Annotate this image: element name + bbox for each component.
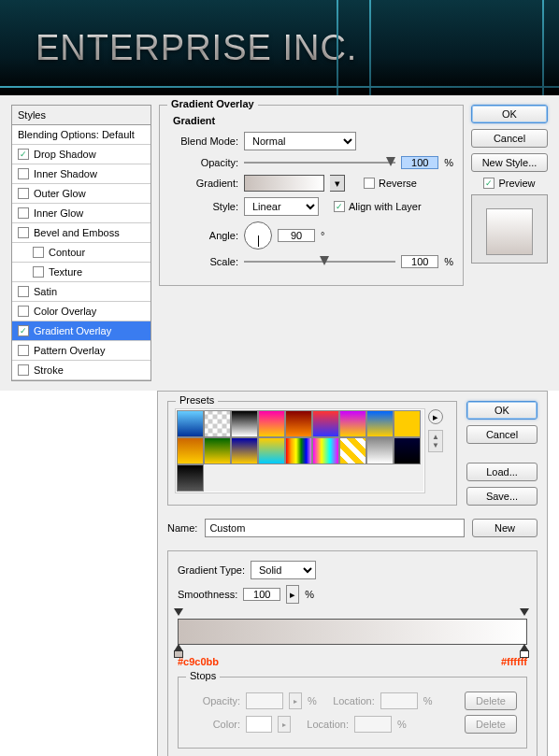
preset-swatch[interactable] [231, 437, 258, 464]
banner-title: ENTERPRISE INC. [36, 28, 357, 68]
editor-ok-button[interactable]: OK [466, 401, 538, 420]
preview-swatch [486, 208, 533, 255]
preset-swatch[interactable] [394, 410, 421, 437]
blending-options-row[interactable]: Blending Options: Default [12, 125, 150, 145]
cancel-button[interactable]: Cancel [471, 129, 548, 148]
style-checkbox[interactable] [18, 364, 29, 376]
style-label: Style: [169, 201, 238, 212]
style-checkbox[interactable] [18, 149, 29, 160]
preset-swatch[interactable] [394, 437, 421, 464]
opacity-label: Opacity: [169, 157, 238, 168]
style-checkbox[interactable] [33, 247, 44, 258]
gradient-swatch[interactable] [244, 175, 324, 192]
styles-header[interactable]: Styles [12, 106, 150, 125]
load-button[interactable]: Load... [466, 463, 538, 481]
scale-label: Scale: [169, 256, 238, 267]
style-select[interactable]: Linear [244, 197, 319, 216]
presets-menu-icon[interactable]: ▸ [428, 409, 443, 424]
smoothness-input[interactable] [243, 588, 280, 601]
style-checkbox[interactable] [18, 286, 29, 297]
style-checkbox[interactable] [18, 306, 29, 317]
gradient-dropdown[interactable]: ▾ [330, 175, 345, 192]
banner: ENTERPRISE INC. [0, 0, 559, 95]
preset-swatch[interactable] [204, 437, 231, 464]
style-item-color-overlay[interactable]: Color Overlay [12, 302, 150, 321]
style-checkbox[interactable] [18, 345, 29, 356]
style-item-gradient-overlay[interactable]: Gradient Overlay [12, 321, 150, 341]
style-checkbox[interactable] [18, 325, 29, 336]
stop-color-location-input [354, 716, 392, 733]
style-item-stroke[interactable]: Stroke [12, 361, 150, 380]
angle-input[interactable] [278, 229, 315, 242]
smoothness-spinner[interactable]: ▸ [286, 585, 299, 604]
gradient-bar[interactable] [178, 619, 527, 645]
gradient-label: Gradient: [169, 178, 238, 189]
preset-swatch[interactable] [231, 410, 258, 437]
preset-swatch[interactable] [312, 437, 339, 464]
save-button[interactable]: Save... [466, 487, 538, 506]
gradient-overlay-group: Gradient Overlay Gradient Blend Mode: No… [159, 105, 464, 286]
preset-swatch[interactable] [204, 410, 231, 437]
gradient-type-select[interactable]: Solid [251, 561, 316, 579]
reverse-checkbox[interactable] [364, 178, 375, 189]
presets-scrollbar[interactable]: ▲▼ [428, 430, 443, 452]
style-checkbox[interactable] [18, 168, 29, 179]
align-checkbox[interactable] [334, 201, 345, 212]
preset-swatch[interactable] [258, 437, 285, 464]
style-item-contour[interactable]: Contour [12, 243, 150, 263]
new-style-button[interactable]: New Style... [471, 153, 548, 172]
style-item-pattern-overlay[interactable]: Pattern Overlay [12, 341, 150, 361]
preset-swatch[interactable] [366, 437, 394, 464]
preset-swatch[interactable] [177, 437, 204, 464]
style-checkbox[interactable] [18, 207, 29, 219]
style-item-texture[interactable]: Texture [12, 263, 150, 282]
stop-opacity-input [246, 692, 283, 709]
style-checkbox[interactable] [33, 266, 44, 278]
stop-opacity-location-input [380, 692, 418, 709]
style-checkbox[interactable] [18, 188, 29, 199]
blend-mode-label: Blend Mode: [169, 136, 238, 147]
ok-button[interactable]: OK [471, 105, 548, 123]
preset-swatch[interactable] [285, 410, 312, 437]
smoothness-label: Smoothness: [178, 589, 237, 600]
opacity-slider[interactable] [244, 156, 395, 169]
preset-swatch[interactable] [177, 410, 204, 437]
preset-swatch[interactable] [312, 410, 339, 437]
preset-swatch[interactable] [285, 437, 312, 464]
preset-swatch[interactable] [177, 464, 204, 492]
delete-color-stop-button: Delete [465, 715, 517, 734]
gradient-editor: Presets ▸ ▲▼ OK Cancel Load... Save... N… [157, 391, 548, 756]
style-item-inner-glow[interactable]: Inner Glow [12, 204, 150, 223]
scale-input[interactable] [401, 255, 438, 268]
stop-opacity-spinner: ▸ [289, 692, 302, 709]
style-item-outer-glow[interactable]: Outer Glow [12, 184, 150, 204]
gradient-overlay-title: Gradient Overlay [167, 98, 258, 109]
preset-swatch[interactable] [339, 410, 366, 437]
gradient-type-label: Gradient Type: [178, 564, 245, 576]
opacity-input[interactable] [401, 156, 438, 169]
presets-grid [176, 409, 424, 492]
style-item-satin[interactable]: Satin [12, 282, 150, 302]
preset-swatch[interactable] [366, 410, 394, 437]
preset-swatch[interactable] [339, 437, 366, 464]
name-label: Name: [167, 522, 197, 534]
style-item-drop-shadow[interactable]: Drop Shadow [12, 145, 150, 164]
delete-opacity-stop-button: Delete [465, 692, 517, 710]
style-item-bevel-and-emboss[interactable]: Bevel and Emboss [12, 223, 150, 243]
scale-slider[interactable] [244, 255, 395, 268]
styles-panel: Styles Blending Options: DefaultDrop Sha… [11, 105, 151, 381]
angle-dial[interactable] [244, 221, 272, 250]
stops-group: Stops Opacity: ▸% Location: % Delete Col… [178, 677, 527, 749]
blend-mode-select[interactable]: Normal [244, 132, 356, 150]
stop-color-spinner: ▸ [278, 716, 291, 733]
preview-checkbox[interactable] [483, 178, 494, 189]
style-item-inner-shadow[interactable]: Inner Shadow [12, 164, 150, 184]
stop-color-well [246, 716, 272, 733]
preset-swatch[interactable] [258, 410, 285, 437]
presets-group: Presets ▸ ▲▼ [167, 401, 457, 506]
style-checkbox[interactable] [18, 227, 29, 238]
angle-label: Angle: [169, 230, 238, 241]
editor-cancel-button[interactable]: Cancel [466, 425, 538, 444]
name-input[interactable] [205, 519, 465, 537]
new-button[interactable]: New [472, 519, 538, 537]
